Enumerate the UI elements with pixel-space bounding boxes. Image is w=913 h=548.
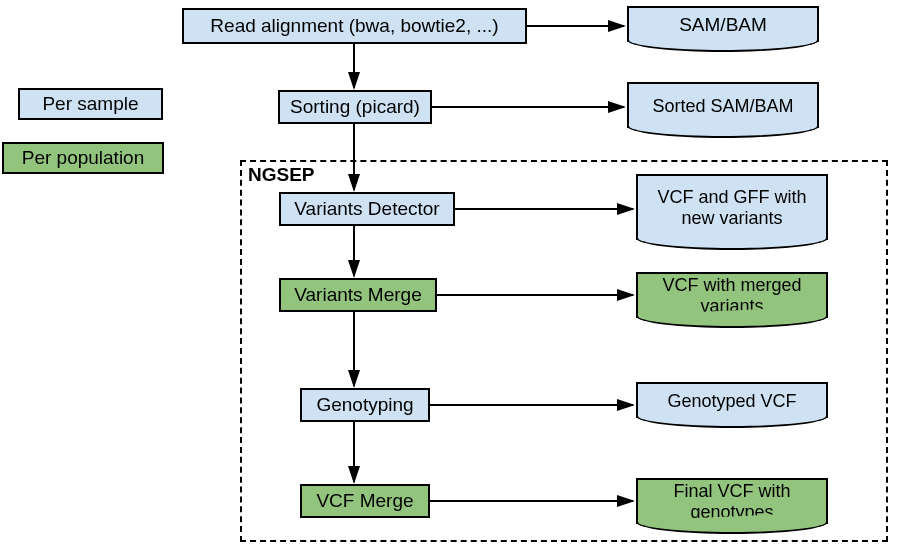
output-vcf-gff-new: VCF and GFF with new variants xyxy=(636,174,828,240)
output-genotyped-vcf: Genotyped VCF xyxy=(636,382,828,418)
output-sam-bam: SAM/BAM xyxy=(627,6,819,42)
output-vcf-merged: VCF with merged variants xyxy=(636,272,828,318)
step-sorting: Sorting (picard) xyxy=(278,90,432,124)
output-sorted-sam-bam: Sorted SAM/BAM xyxy=(627,82,819,128)
output-final-vcf: Final VCF with genotypes xyxy=(636,478,828,524)
legend-per-sample: Per sample xyxy=(18,88,163,120)
step-vcf-merge: VCF Merge xyxy=(300,484,430,518)
step-variants-merge: Variants Merge xyxy=(279,278,437,312)
step-genotyping: Genotyping xyxy=(300,388,430,422)
step-read-alignment: Read alignment (bwa, bowtie2, ...) xyxy=(182,8,527,44)
step-variants-detector: Variants Detector xyxy=(279,192,455,226)
legend-per-population: Per population xyxy=(2,142,164,174)
ngsep-label: NGSEP xyxy=(248,164,315,186)
